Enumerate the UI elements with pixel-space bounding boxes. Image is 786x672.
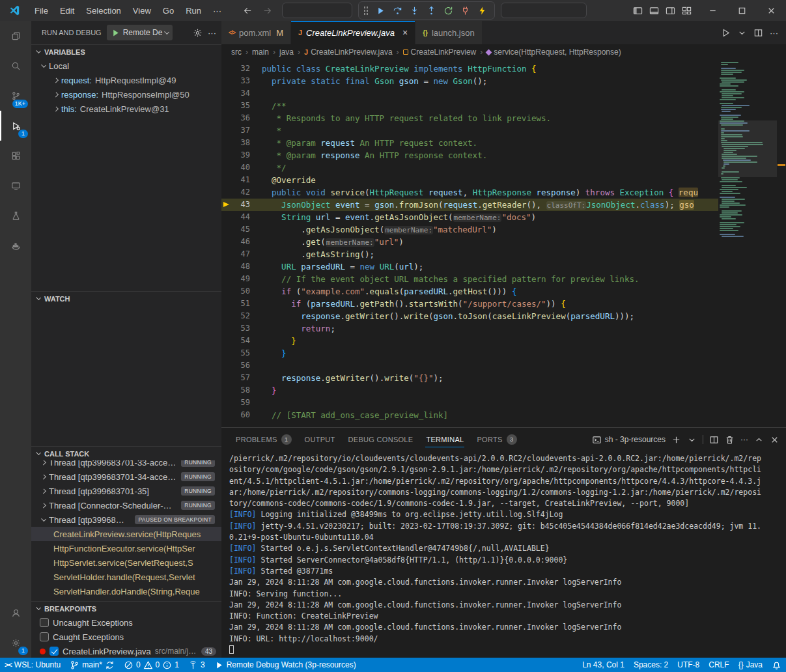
debug-config-gear[interactable] [193,28,203,38]
breakpoint-row[interactable]: CreateLinkPreview.javasrc/main/java43 [31,644,221,658]
breakpoint-row[interactable]: Uncaught Exceptions [31,615,221,630]
call-stack-thread[interactable]: Thread [qtp39968…PAUSED ON BREAKPOINT [31,512,221,527]
code-line[interactable]: 55 } [221,347,718,359]
code-line[interactable]: 50 if ("example.com".equals(parsedURL.ge… [221,285,718,298]
customize-layout-button[interactable] [682,6,692,16]
breakpoint-checkbox[interactable] [49,647,59,656]
step-over-button[interactable] [389,3,405,18]
call-stack-thread[interactable]: Thread [qtp399683701-34-acce…RUNNING [31,469,221,484]
code-line[interactable]: 46 .get(memberName:"url") [221,236,718,248]
status-forwarded-ports[interactable]: 3 [184,658,210,672]
activity-settings[interactable]: 1 [0,628,31,658]
variables-scope[interactable]: Local [31,59,221,73]
restart-button[interactable] [440,3,456,18]
terminal-instance[interactable]: sh - 3p-resources [592,435,666,445]
code-line[interactable]: 39 * @param response An HTTP response co… [221,149,718,161]
variable-row[interactable]: response: HttpResponseImpl@50 [31,87,221,102]
watch-section-header[interactable]: WATCH [31,291,221,305]
panel-tab-problems[interactable]: PROBLEMS1 [229,428,298,451]
code-line[interactable]: 38 * @param request An HTTP request cont… [221,137,718,149]
breadcrumb-item[interactable]: service(HttpRequest, HttpResponse) [486,48,621,57]
panel-tab-output[interactable]: OUTPUT [298,428,342,451]
command-center-secondary[interactable] [501,3,587,18]
activity-remote-explorer[interactable] [0,171,31,201]
maximize-button[interactable] [727,0,757,21]
call-stack-thread[interactable]: Thread [qtp399683701-33-acce…RUNNING [31,460,221,469]
tab-launch-json[interactable]: {}launch.json [415,21,483,44]
code-editor[interactable]: 32public class CreateLinkPreview impleme… [221,60,786,427]
variable-row[interactable]: request: HttpRequestImpl@49 [31,73,221,87]
breadcrumb-item[interactable]: java [279,48,294,57]
code-line[interactable]: 47 .getAsString(); [221,248,718,260]
stack-frame[interactable]: ScopedHandler.handle(String,Requ [31,598,221,601]
toggle-panel-button[interactable] [649,6,659,16]
menu-go[interactable]: Go [157,0,180,21]
step-out-button[interactable] [423,3,439,18]
drag-handle-icon[interactable] [363,6,369,15]
status-problems[interactable]: 001 [119,658,184,672]
command-center-search[interactable] [282,3,352,18]
close-panel-button[interactable] [770,435,779,445]
minimap[interactable] [718,60,777,427]
activity-accounts[interactable] [0,598,31,628]
debug-config-picker[interactable]: Remote De [107,25,173,40]
code-line[interactable]: 37 * [221,124,718,137]
code-line[interactable]: 58 } [221,384,718,397]
code-line[interactable]: 41 @Override [221,174,718,186]
activity-docker[interactable] [0,231,31,260]
breadcrumb-item[interactable]: main [252,48,269,57]
terminal-output[interactable]: /pierrick/.m2/repository/io/cloudevents/… [221,451,786,658]
terminal-picker-button[interactable] [687,435,697,445]
code-line[interactable]: 54 } [221,335,718,347]
status-remote-indicator[interactable]: ><WSL: Ubuntu [0,658,65,672]
go-forward-button[interactable] [259,3,275,18]
menu-[interactable]: ··· [207,0,227,21]
panel-tab-terminal[interactable]: TERMINAL [419,428,470,451]
code-line[interactable]: 48 URL parsedURL = new URL(url); [221,260,718,273]
status-encoding[interactable]: UTF-8 [673,658,704,672]
breakpoint-checkbox[interactable] [40,618,49,627]
status-git-branch[interactable]: main* [65,658,119,672]
activity-source-control[interactable]: 1K+ [0,81,31,111]
code-line[interactable]: 34 [221,87,718,100]
call-stack-thread[interactable]: Thread [qtp399683701-35]RUNNING [31,484,221,498]
code-line[interactable]: 60 // [START add_ons_case_preview_link] [221,409,718,421]
breakpoint-checkbox[interactable] [40,632,49,641]
close-window-button[interactable] [757,0,786,21]
code-line[interactable]: 35 /** [221,100,718,112]
kill-terminal-button[interactable] [725,435,735,445]
call-stack-thread[interactable]: Thread [Connector-Scheduler-…RUNNING [31,498,221,512]
minimap-slider[interactable] [718,120,777,177]
menu-run[interactable]: Run [180,0,207,21]
code-line[interactable]: 40 */ [221,161,718,174]
code-line[interactable]: 56 [221,359,718,372]
continue-button[interactable] [372,3,388,18]
code-line[interactable]: 53 return; [221,322,718,335]
hot-code-replace-button[interactable] [474,3,490,18]
breadcrumb-item[interactable]: JCreateLinkPreview.java [304,48,393,57]
stack-frame[interactable]: CreateLinkPreview.service(HttpReques [31,527,221,541]
menu-edit[interactable]: Edit [54,0,80,21]
code-line[interactable]: 57 response.getWriter().write("{}"); [221,372,718,384]
menu-selection[interactable]: Selection [80,0,126,21]
panel-more-button[interactable]: ··· [740,435,748,444]
status-language-mode[interactable]: {}Java [734,658,767,672]
status-debug-status[interactable]: Remote Debug Watch (3p-resources) [210,658,361,672]
step-into-button[interactable] [406,3,422,18]
breadcrumb-item[interactable]: src [231,48,242,57]
split-terminal-button[interactable] [709,435,719,445]
disconnect-button[interactable] [457,3,473,18]
toggle-primary-sidebar-button[interactable] [633,6,643,16]
variables-section-header[interactable]: VARIABLES [31,44,221,59]
status-eol[interactable]: CRLF [704,658,733,672]
editor-more-button[interactable]: ··· [770,28,778,38]
status-notifications[interactable] [767,658,786,672]
menu-file[interactable]: File [29,0,54,21]
code-line[interactable]: 43 JsonObject event = gson.fromJson(requ… [221,199,718,211]
maximize-panel-button[interactable] [754,435,764,445]
toggle-secondary-sidebar-button[interactable] [666,6,675,16]
activity-extensions[interactable] [0,141,31,171]
code-line[interactable]: 45 .getAsJsonObject(memberName:"matchedU… [221,223,718,236]
stack-frame[interactable]: ServletHolder.handle(Request,Servlet [31,570,221,584]
stack-frame[interactable]: HttpServlet.service(ServletRequest,S [31,555,221,570]
